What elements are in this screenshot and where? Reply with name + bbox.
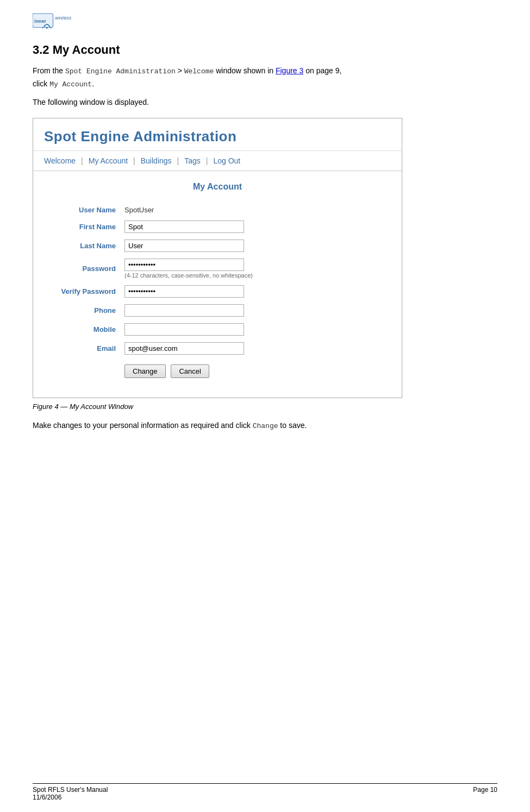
intro-app-name: Spot Engine Administration [65,67,176,75]
form-table: User Name SpotUser First Name Last Name … [49,203,385,381]
input-phone[interactable] [124,304,244,317]
password-hint: (4-12 characters, case-sensitive, no whi… [124,272,381,279]
intro-click-suffix: . [92,79,94,88]
field-firstname: First Name [49,217,385,236]
intro-line2: The following window is displayed. [33,96,497,108]
footer-manual-name: Spot RFLS User's Manual [33,786,108,794]
section-title: My Account [53,43,120,56]
svg-text:wireless: wireless [54,16,71,21]
label-phone: Phone [49,301,120,320]
input-firstname[interactable] [124,221,244,233]
nav-sep-3: | [177,156,179,165]
form-buttons-row: Change Cancel [49,358,385,381]
intro-window-name: Welcome [184,67,214,75]
intro-prefix: From the [33,66,65,75]
change-button[interactable]: Change [124,364,166,378]
cancel-button[interactable]: Cancel [171,364,209,378]
logo-image: inner wireless [33,11,98,33]
app-content: My Account User Name SpotUser First Name… [33,171,402,398]
label-password: Password [49,255,120,282]
footer-date: 11/6/2006 [33,794,61,801]
intro-click-item: My Account [49,80,92,89]
nav-buildings[interactable]: Buildings [141,156,172,165]
figure-caption: Figure 4 — My Account Window [33,402,497,411]
app-header: Spot Engine Administration [33,118,402,151]
screenshot-box: Spot Engine Administration Welcome | My … [33,118,402,398]
app-title: Spot Engine Administration [44,128,391,145]
intro-gt: > [176,66,184,75]
input-lastname[interactable] [124,240,244,252]
label-verify-password: Verify Password [49,282,120,301]
label-email: Email [49,339,120,358]
app-content-title: My Account [49,182,385,192]
footer-left: Spot RFLS User's Manual 11/6/2006 [33,786,108,801]
app-nav: Welcome | My Account | Buildings | Tags … [33,151,402,171]
field-mobile: Mobile [49,320,385,339]
input-email[interactable] [124,342,244,355]
field-lastname: Last Name [49,236,385,255]
intro-click-prefix: click [33,79,49,88]
label-lastname: Last Name [49,236,120,255]
footer-right: Page 10 [473,786,497,801]
nav-sep-4: | [206,156,208,165]
svg-text:inner: inner [34,18,47,24]
outro-prefix: Make changes to your personal informatio… [33,421,253,430]
field-phone: Phone [49,301,385,320]
field-password: Password (4-12 characters, case-sensitiv… [49,255,385,282]
nav-tags[interactable]: Tags [184,156,201,165]
section-heading: 3.2 My Account [33,43,497,57]
nav-logout[interactable]: Log Out [213,156,240,165]
label-username: User Name [49,203,120,217]
outro-suffix: to save. [278,421,307,430]
outro-paragraph: Make changes to your personal informatio… [33,419,497,432]
value-username: SpotUser [120,203,385,217]
nav-welcome[interactable]: Welcome [44,156,76,165]
intro-paragraph: From the Spot Engine Administration > We… [33,65,497,91]
nav-sep-2: | [133,156,135,165]
input-verify-password[interactable] [124,285,244,298]
page-footer: Spot RFLS User's Manual 11/6/2006 Page 1… [33,783,497,801]
svg-point-3 [46,27,48,29]
field-username: User Name SpotUser [49,203,385,217]
intro-suffix-before-link: window shown in [214,66,276,75]
input-password[interactable] [124,259,244,271]
field-email: Email [49,339,385,358]
field-verify-password: Verify Password [49,282,385,301]
input-mobile[interactable] [124,323,244,336]
intro-suffix: on page 9, [303,66,341,75]
logo-area: inner wireless [33,11,497,34]
nav-sep-1: | [81,156,83,165]
nav-myaccount[interactable]: My Account [89,156,128,165]
label-firstname: First Name [49,217,120,236]
label-mobile: Mobile [49,320,120,339]
outro-change: Change [253,422,278,430]
figure3-link[interactable]: Figure 3 [276,66,303,75]
section-number: 3.2 [33,43,49,56]
